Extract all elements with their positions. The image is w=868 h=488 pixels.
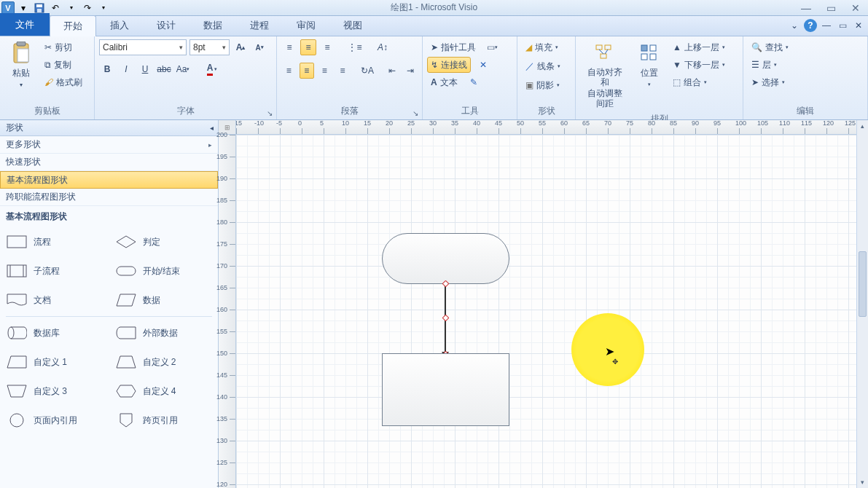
font-name-combo[interactable]: Calibri▾ (99, 39, 187, 55)
send-backward-button[interactable]: ▼下移一层▾ (669, 57, 729, 73)
tab-process[interactable]: 进程 (236, 15, 283, 36)
shrink-font-icon[interactable]: A▾ (251, 39, 267, 55)
text-tool-button[interactable]: A文本 (427, 74, 461, 90)
stencil-data[interactable]: 数据 (109, 286, 219, 315)
underline-icon[interactable]: U (137, 61, 153, 77)
autoalign-button[interactable]: 自动对齐和 自动调整间距 (580, 39, 630, 111)
ink-icon[interactable]: ✎ (466, 74, 482, 90)
stencil-subprocess[interactable]: 子流程 (0, 256, 109, 286)
font-size-combo[interactable]: 8pt▾ (189, 39, 230, 55)
scrollbar-thumb[interactable] (859, 251, 867, 317)
cross-functional-item[interactable]: 跨职能流程图形状 (0, 189, 218, 206)
redo-icon[interactable]: ↷ (80, 1, 95, 15)
align-middle-icon[interactable]: ≡ (300, 39, 316, 55)
format-painter-button[interactable]: 🖌格式刷 (41, 74, 86, 90)
app-icon[interactable]: V (1, 1, 15, 15)
custom2-icon (115, 355, 137, 369)
stencil-document[interactable]: 文档 (0, 286, 109, 315)
basic-flowchart-item[interactable]: 基本流程图形状 (0, 171, 218, 189)
stencil-database[interactable]: 数据库 (0, 318, 109, 347)
horizontal-ruler[interactable]: -15-10-505101520253035404550556065707580… (236, 120, 856, 135)
tab-data[interactable]: 数据 (189, 15, 236, 36)
connector-tool-button[interactable]: ↯连接线 (427, 57, 471, 73)
group-button[interactable]: ⬚组合▾ (669, 74, 729, 90)
rectangle-tool-icon[interactable]: ▭▾ (484, 39, 500, 55)
dialog-launcher-icon[interactable]: ↘ (411, 109, 420, 117)
find-button[interactable]: 🔍查找▾ (748, 39, 863, 55)
undo-dd-icon[interactable]: ▾ (64, 1, 79, 15)
window-restore-icon[interactable]: ▭ (836, 19, 849, 32)
pointer-tool-button[interactable]: ➤指针工具 (427, 39, 480, 55)
drawing-canvas[interactable]: ➤ ✥ (236, 135, 856, 488)
window-min-icon[interactable]: — (820, 19, 833, 32)
scroll-up-icon[interactable]: ▴ (857, 120, 868, 132)
save-icon[interactable] (32, 1, 47, 15)
bold-icon[interactable]: B (99, 61, 115, 77)
tab-review[interactable]: 审阅 (283, 15, 329, 36)
dialog-launcher-icon[interactable]: ↘ (265, 109, 274, 117)
text-direction-icon[interactable]: A↕ (375, 39, 391, 55)
help-icon[interactable]: ? (804, 19, 817, 32)
close-button[interactable]: ✕ (848, 2, 864, 14)
stencil-process[interactable]: 流程 (0, 227, 109, 256)
vertical-scrollbar[interactable]: ▴ ▾ (856, 120, 868, 488)
rotate-text-icon[interactable]: ↻A (360, 63, 375, 79)
stencil-decision[interactable]: 判定 (109, 227, 219, 256)
decrease-indent-icon[interactable]: ⇤ (385, 63, 400, 79)
bring-forward-button[interactable]: ▲上移一层▾ (669, 39, 729, 55)
minimize-ribbon-icon[interactable]: ⌄ (788, 19, 801, 32)
align-bottom-icon[interactable]: ≡ (319, 39, 335, 55)
align-center-icon[interactable]: ≡ (300, 63, 315, 79)
vertical-ruler[interactable]: 2001951901851801751701651601551501451401… (219, 135, 236, 488)
grow-font-icon[interactable]: A▴ (232, 39, 249, 55)
collapse-icon[interactable]: ◂ (210, 124, 214, 132)
align-right-icon[interactable]: ≡ (317, 63, 332, 79)
window-close-icon[interactable]: ✕ (852, 19, 865, 32)
stencil-custom3[interactable]: 自定义 3 (0, 377, 109, 406)
fill-button[interactable]: ◢填充▾ (522, 39, 571, 55)
stencil-custom2[interactable]: 自定义 2 (109, 347, 219, 377)
connector-handle-mid[interactable] (442, 315, 450, 322)
qat-dd-icon[interactable]: ▾ (16, 1, 31, 15)
bullets-icon[interactable]: ⋮≡ (347, 39, 363, 55)
increase-indent-icon[interactable]: ⇥ (402, 63, 418, 79)
qat-more-icon[interactable]: ▾ (96, 1, 111, 15)
font-color-icon[interactable]: A▾ (201, 61, 223, 77)
paste-button[interactable]: 粘贴 ▾ (4, 39, 38, 90)
align-left-icon[interactable]: ≡ (281, 63, 297, 79)
minimize-button[interactable]: — (798, 2, 814, 14)
position-button[interactable]: 位置▾ (634, 39, 665, 111)
stencil-external-data[interactable]: 外部数据 (109, 318, 219, 347)
cut-button[interactable]: ✂剪切 (41, 39, 86, 55)
line-button[interactable]: ／线条▾ (522, 58, 571, 74)
ribbon: 粘贴 ▾ ✂剪切 ⧉复制 🖌格式刷 剪贴板 Calibri▾ 8pt▾ A▴ A… (0, 36, 868, 120)
stencil-terminator[interactable]: 开始/结束 (109, 256, 219, 286)
svg-rect-12 (650, 45, 656, 51)
scroll-down-icon[interactable]: ▾ (857, 476, 868, 488)
undo-icon[interactable]: ↶ (48, 1, 63, 15)
stencil-offpage-ref[interactable]: 跨页引用 (109, 406, 219, 435)
quick-shapes-item[interactable]: 快速形状 (0, 154, 218, 171)
shadow-button[interactable]: ▣阴影▾ (522, 77, 571, 93)
justify-icon[interactable]: ≡ (335, 63, 351, 79)
strike-icon[interactable]: abc (156, 61, 172, 77)
tab-design[interactable]: 设计 (143, 15, 189, 36)
stencil-custom4[interactable]: 自定义 4 (109, 377, 219, 406)
stencil-custom1[interactable]: 自定义 1 (0, 347, 109, 377)
layers-button[interactable]: ☰层▾ (748, 57, 863, 73)
align-top-icon[interactable]: ≡ (281, 39, 297, 55)
tab-insert[interactable]: 插入 (96, 15, 143, 36)
tab-file[interactable]: 文件 (0, 13, 50, 36)
more-shapes-item[interactable]: 更多形状 (0, 136, 218, 154)
copy-button[interactable]: ⧉复制 (41, 57, 86, 73)
maximize-button[interactable]: ▭ (823, 2, 839, 14)
tab-home[interactable]: 开始 (50, 15, 96, 36)
select-button[interactable]: ➤选择▾ (748, 74, 863, 90)
case-icon[interactable]: Aa▾ (175, 61, 191, 77)
connection-point-icon[interactable]: ✕ (475, 57, 491, 73)
process-shape[interactable] (382, 353, 509, 426)
stencil-onpage-ref[interactable]: 页面内引用 (0, 406, 109, 435)
terminator-shape[interactable] (382, 233, 509, 284)
italic-icon[interactable]: I (118, 61, 134, 77)
tab-view[interactable]: 视图 (329, 15, 376, 36)
